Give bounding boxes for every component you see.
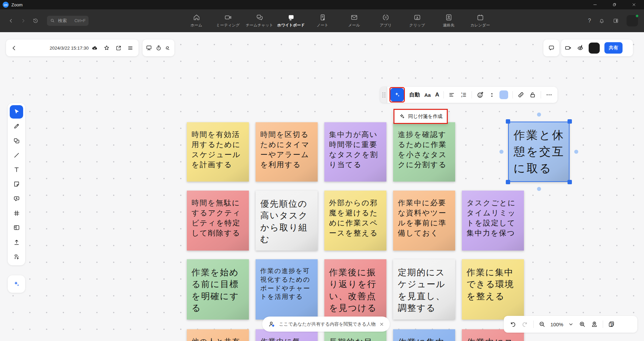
- nav-tab-team-chat[interactable]: チームチャット: [245, 13, 274, 28]
- ai-suggestion-popup[interactable]: 同じ付箋を作成: [393, 109, 448, 124]
- timer-icon[interactable]: [155, 45, 162, 51]
- nav-tab-whiteboard[interactable]: ホワイトボード: [276, 13, 306, 28]
- more-options-icon[interactable]: [545, 91, 553, 98]
- sticky-note[interactable]: 作業の進捗を可視化するためのボードやチャートを活用する: [256, 259, 318, 320]
- history-icon[interactable]: [32, 17, 39, 24]
- star-icon[interactable]: [103, 45, 110, 51]
- tool-comment[interactable]: [8, 192, 25, 206]
- nav-tab-apps[interactable]: アプリ: [371, 13, 400, 28]
- tool-upload[interactable]: [8, 235, 25, 249]
- board-back-icon[interactable]: [11, 45, 17, 51]
- tool-table[interactable]: [8, 220, 25, 235]
- sticky-note[interactable]: 作業中に必要な資料やツールを事前に準備しておく: [393, 191, 455, 251]
- connector-dot[interactable]: [537, 113, 541, 117]
- close-icon[interactable]: [631, 2, 637, 7]
- divider: [533, 321, 534, 328]
- zoom-level[interactable]: 100%: [550, 322, 563, 327]
- nav-tab-mail[interactable]: メール: [339, 13, 369, 28]
- user-avatar[interactable]: [627, 15, 638, 26]
- side-panel-toggle-icon[interactable]: [612, 17, 619, 24]
- redo-icon[interactable]: [521, 321, 529, 328]
- tool-stickers[interactable]: [8, 250, 25, 264]
- text-align-icon[interactable]: [448, 91, 455, 98]
- sticky-note[interactable]: 作業に集中: [393, 329, 455, 341]
- menu-icon[interactable]: [127, 45, 133, 51]
- lasso-icon[interactable]: [165, 45, 171, 51]
- connector-dot[interactable]: [574, 150, 578, 154]
- zoom-out-icon[interactable]: [538, 321, 546, 328]
- nav-back-icon[interactable]: [8, 18, 14, 24]
- nav-tab-meetings[interactable]: ミーティング: [213, 13, 243, 28]
- font-auto-button[interactable]: 自動: [409, 91, 420, 98]
- focus-eye-icon[interactable]: [577, 44, 584, 52]
- vertical-align-icon[interactable]: [489, 92, 495, 98]
- tool-select[interactable]: [8, 105, 25, 119]
- font-size-button[interactable]: Aa: [424, 92, 431, 98]
- sticky-note[interactable]: 作業に集中できる環境を整える: [462, 259, 524, 320]
- sticky-note[interactable]: タスクごとにタイムリミットを設定して集中力を保つ: [462, 191, 524, 251]
- notifications-bell-icon[interactable]: [598, 17, 605, 24]
- zoom-in-icon[interactable]: [579, 321, 586, 328]
- selection-handle[interactable]: [568, 180, 572, 184]
- sticky-note[interactable]: 作業を始める前に目標を明確にする: [187, 259, 249, 320]
- connector-dot[interactable]: [537, 187, 541, 191]
- nav-tab-notes[interactable]: ノート: [308, 13, 337, 28]
- comments-panel-button[interactable]: [543, 40, 559, 56]
- toolbar-drag-handle[interactable]: [380, 87, 387, 103]
- sticky-note-text: 作業の進捗を可視化するためのボードやチャートを活用する: [256, 259, 318, 301]
- minimize-icon[interactable]: [592, 2, 598, 7]
- sticky-note[interactable]: 定期的にスケジュールを見直し、調整する: [393, 259, 455, 320]
- nav-tab-contacts[interactable]: 連絡先: [434, 13, 464, 28]
- dismiss-notification-icon[interactable]: [379, 322, 384, 327]
- sticky-note[interactable]: 時間を無駄にするアクティビティを特定して削除する: [187, 191, 249, 251]
- present-icon[interactable]: [146, 45, 152, 51]
- ai-assistant-button[interactable]: [8, 275, 25, 293]
- tool-line[interactable]: [8, 148, 25, 162]
- cloud-saved-icon[interactable]: [91, 45, 98, 51]
- selection-handle[interactable]: [506, 180, 510, 184]
- sticky-note[interactable]: 時間を区切るためにタイマーやアラームを利用する: [256, 122, 318, 182]
- sticky-note-text: 作業に集中できる環境を整える: [462, 259, 524, 302]
- tool-frame[interactable]: [8, 206, 25, 220]
- chevron-down-icon[interactable]: [568, 321, 574, 327]
- sticky-note[interactable]: 集中力が高い時間帯に重要なタスクを割り当てる: [324, 122, 386, 182]
- sticky-note[interactable]: 作業後に振り返りを行い、改善点を見つける: [324, 259, 386, 320]
- search-box[interactable]: Ctrl+F: [47, 16, 89, 26]
- sticky-note-selected[interactable]: 作業と休憩を交互に取る: [508, 122, 570, 182]
- selection-handle[interactable]: [506, 119, 510, 124]
- tool-shapes[interactable]: [8, 134, 25, 148]
- sticky-note[interactable]: 他の人と共有: [187, 329, 249, 341]
- home-icon: [193, 13, 201, 21]
- font-color-button[interactable]: A: [435, 91, 439, 98]
- nav-tab-calendar[interactable]: カレンダー: [466, 13, 495, 28]
- add-reaction-icon[interactable]: [476, 91, 484, 99]
- export-icon[interactable]: [115, 45, 122, 51]
- connector-dot[interactable]: [499, 150, 503, 154]
- sticky-note[interactable]: 進捗を確認するために作業を小さなタスクに分割する: [393, 122, 455, 182]
- link-icon[interactable]: [517, 91, 525, 98]
- collaborator-avatar[interactable]: [589, 43, 600, 54]
- selection-handle[interactable]: [568, 119, 572, 124]
- nav-forward-icon[interactable]: [20, 18, 26, 24]
- note-color-swatch[interactable]: [499, 90, 508, 99]
- search-input[interactable]: [57, 18, 72, 23]
- camera-icon[interactable]: [565, 44, 572, 52]
- list-icon[interactable]: 12: [460, 91, 467, 98]
- sticky-note[interactable]: 外部からの邪魔を避けるために作業スペースを整える: [324, 191, 386, 251]
- sticky-note[interactable]: 時間を有効活用するためにスケジュールを計画する: [187, 122, 249, 182]
- nav-tab-home[interactable]: ホーム: [182, 13, 211, 28]
- unlock-icon[interactable]: [529, 91, 536, 98]
- maximize-restore-icon[interactable]: [612, 2, 617, 7]
- board-title[interactable]: 2024/3/22 15:17:30: [50, 46, 89, 51]
- tool-pen[interactable]: [8, 119, 25, 133]
- help-icon[interactable]: ?: [588, 18, 591, 24]
- nav-tab-clips[interactable]: クリップ: [402, 13, 432, 28]
- pages-button[interactable]: 1: [608, 321, 615, 328]
- minimap-icon[interactable]: [591, 321, 598, 328]
- sticky-note[interactable]: 優先順位の高いタスクから取り組む: [256, 191, 318, 251]
- ai-sparkle-button[interactable]: [390, 88, 404, 101]
- tool-sticky-note[interactable]: [8, 177, 25, 191]
- undo-icon[interactable]: [509, 321, 517, 328]
- share-button[interactable]: 共有: [604, 42, 623, 54]
- tool-text[interactable]: [8, 162, 25, 177]
